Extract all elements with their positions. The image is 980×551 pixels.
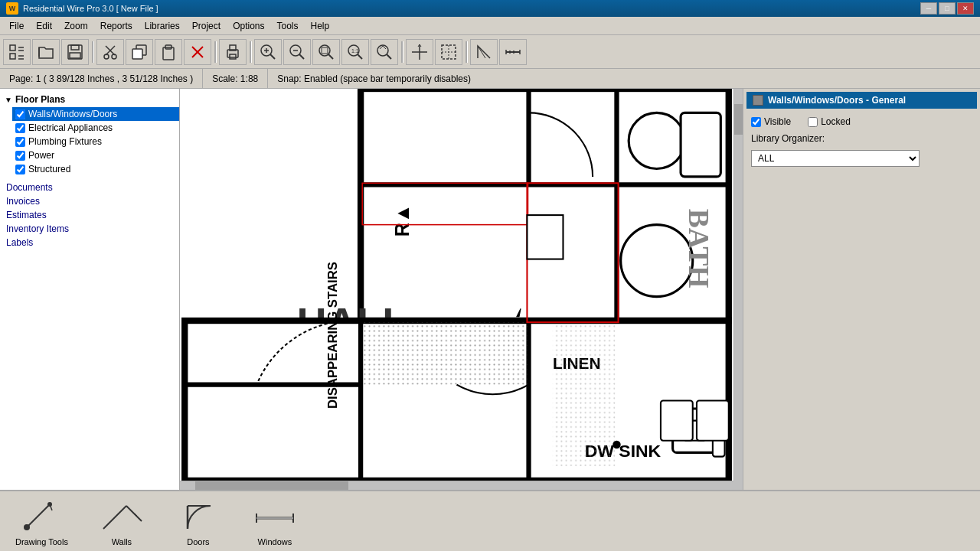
left-panel: ▼ Floor Plans Walls/Windows/Doors Electr… bbox=[0, 89, 180, 490]
menu-project[interactable]: Project bbox=[186, 19, 227, 33]
svg-point-81 bbox=[612, 441, 620, 448]
layers-list: Walls/Windows/Doors Electrical Appliance… bbox=[0, 107, 179, 176]
horizontal-scrollbar[interactable] bbox=[180, 481, 733, 490]
menu-edit[interactable]: Edit bbox=[30, 19, 58, 33]
layer-walls-checkbox[interactable] bbox=[15, 109, 25, 119]
svg-line-33 bbox=[358, 54, 362, 59]
windows-icon bbox=[252, 496, 298, 534]
locked-checkbox[interactable] bbox=[808, 117, 818, 127]
canvas-area[interactable]: R▲ HALL DISAPPEARING STAIRS LINE bbox=[180, 89, 743, 490]
svg-rect-51 bbox=[361, 89, 729, 321]
library-organizer-select[interactable]: ALL bbox=[751, 150, 920, 167]
layer-plumbing-label: Plumbing Fixtures bbox=[28, 136, 102, 147]
page-status: Page: 1 ( 3 89/128 Inches , 3 51/128 Inc… bbox=[0, 69, 203, 88]
save-button[interactable] bbox=[61, 39, 89, 65]
layer-power-label: Power bbox=[28, 150, 54, 161]
panel-header-icon bbox=[753, 95, 763, 106]
layer-structured-checkbox[interactable] bbox=[15, 165, 25, 174]
visible-checkbox[interactable] bbox=[751, 117, 761, 127]
maximize-button[interactable]: □ bbox=[939, 2, 956, 15]
close-button[interactable]: ✕ bbox=[957, 2, 974, 15]
select-button[interactable] bbox=[435, 39, 462, 65]
svg-text:R▲: R▲ bbox=[391, 204, 413, 236]
layer-power-checkbox[interactable] bbox=[15, 151, 25, 161]
library-organizer-label: Library Organizer: bbox=[751, 133, 825, 144]
svg-rect-7 bbox=[71, 45, 79, 50]
panel-options: Visible Locked Library Organizer: ALL bbox=[746, 109, 977, 174]
measure-button[interactable] bbox=[499, 39, 527, 65]
layer-walls-windows-doors[interactable]: Walls/Windows/Doors bbox=[12, 107, 179, 121]
separator-1 bbox=[90, 39, 95, 65]
title-bar-text: Residential Wire Pro 3.0 [ New File ] bbox=[23, 4, 158, 13]
menu-libraries[interactable]: Libraries bbox=[139, 19, 186, 33]
menu-zoom[interactable]: Zoom bbox=[58, 19, 94, 33]
svg-point-35 bbox=[377, 45, 388, 56]
menu-options[interactable]: Options bbox=[227, 19, 270, 33]
windows-tool[interactable]: Windows bbox=[252, 496, 298, 546]
menu-help[interactable]: Help bbox=[305, 19, 336, 33]
doors-tool[interactable]: Doors bbox=[175, 496, 221, 546]
vertical-scrollbar[interactable] bbox=[733, 89, 743, 481]
walls-icon bbox=[99, 496, 145, 534]
svg-point-29 bbox=[319, 45, 330, 56]
svg-rect-82 bbox=[661, 401, 693, 441]
delete-button[interactable] bbox=[184, 39, 211, 65]
paste-button[interactable] bbox=[155, 39, 182, 65]
coordinates-label: ( 3 89/128 Inches , 3 51/128 Inches ) bbox=[44, 73, 193, 84]
layer-power[interactable]: Power bbox=[12, 148, 179, 162]
svg-line-36 bbox=[387, 54, 391, 59]
title-bar-left: W Residential Wire Pro 3.0 [ New File ] bbox=[6, 2, 158, 15]
doors-label: Doors bbox=[187, 537, 209, 546]
zoom-in-button[interactable] bbox=[254, 39, 282, 65]
layer-plumbing-checkbox[interactable] bbox=[15, 137, 25, 147]
estimates-link[interactable]: Estimates bbox=[0, 208, 179, 222]
crosshair-button[interactable] bbox=[406, 39, 433, 65]
panel-title: Walls/Windows/Doors - General bbox=[768, 95, 906, 106]
inventory-items-link[interactable]: Inventory Items bbox=[0, 222, 179, 236]
page-label: Page: 1 bbox=[9, 73, 41, 84]
zoom-fit-button[interactable] bbox=[312, 39, 340, 65]
zoom-actual-button[interactable]: 1:1 bbox=[341, 39, 369, 65]
svg-rect-0 bbox=[10, 45, 15, 51]
separator-3 bbox=[248, 39, 253, 65]
menu-tools[interactable]: Tools bbox=[271, 19, 305, 33]
zoom-out-button[interactable] bbox=[283, 39, 311, 65]
print-button[interactable] bbox=[219, 39, 247, 65]
svg-text:DISAPPEARING STAIRS: DISAPPEARING STAIRS bbox=[325, 262, 340, 409]
documents-link[interactable]: Documents bbox=[0, 181, 179, 194]
separator-2 bbox=[213, 39, 217, 65]
visible-checkbox-label[interactable]: Visible bbox=[751, 116, 791, 127]
right-panel: Walls/Windows/Doors - General Visible Lo… bbox=[743, 89, 980, 490]
menu-file[interactable]: File bbox=[3, 19, 30, 33]
snap-label: Snap: Enabled (space bar temporarily dis… bbox=[277, 73, 471, 84]
minimize-button[interactable]: ─ bbox=[920, 2, 937, 15]
menu-bar: File Edit Zoom Reports Libraries Project… bbox=[0, 17, 980, 35]
cut-button[interactable] bbox=[96, 39, 124, 65]
layer-electrical[interactable]: Electrical Appliances bbox=[12, 121, 179, 135]
labels-link[interactable]: Labels bbox=[0, 236, 179, 249]
drawing-tools-tool[interactable]: Drawing Tools bbox=[15, 496, 68, 546]
layer-plumbing[interactable]: Plumbing Fixtures bbox=[12, 135, 179, 148]
library-select-row: ALL bbox=[750, 147, 974, 170]
walls-tool[interactable]: Walls bbox=[99, 496, 145, 546]
open-button[interactable] bbox=[32, 39, 60, 65]
edit-tool-button[interactable] bbox=[3, 39, 31, 65]
library-organizer-row: Library Organizer: bbox=[750, 130, 974, 147]
invoices-link[interactable]: Invoices bbox=[0, 194, 179, 208]
drawing-tools-icon bbox=[18, 496, 64, 534]
floor-plans-header[interactable]: ▼ Floor Plans bbox=[0, 92, 179, 107]
layer-structured[interactable]: Structured bbox=[12, 162, 179, 176]
collapse-icon: ▼ bbox=[5, 96, 12, 104]
scale-label: Scale: 1:88 bbox=[212, 73, 258, 84]
svg-rect-3 bbox=[10, 54, 15, 59]
svg-line-28 bbox=[299, 54, 304, 59]
angle-tool-button[interactable] bbox=[470, 39, 498, 65]
locked-checkbox-label[interactable]: Locked bbox=[808, 116, 851, 127]
copy-button[interactable] bbox=[126, 39, 153, 65]
canvas-content[interactable]: R▲ HALL DISAPPEARING STAIRS LINE bbox=[180, 89, 733, 481]
zoom-window-button[interactable] bbox=[371, 39, 398, 65]
svg-point-86 bbox=[24, 524, 30, 530]
layer-electrical-checkbox[interactable] bbox=[15, 123, 25, 133]
floorplan-svg: R▲ HALL DISAPPEARING STAIRS LINE bbox=[180, 89, 733, 481]
menu-reports[interactable]: Reports bbox=[94, 19, 139, 33]
